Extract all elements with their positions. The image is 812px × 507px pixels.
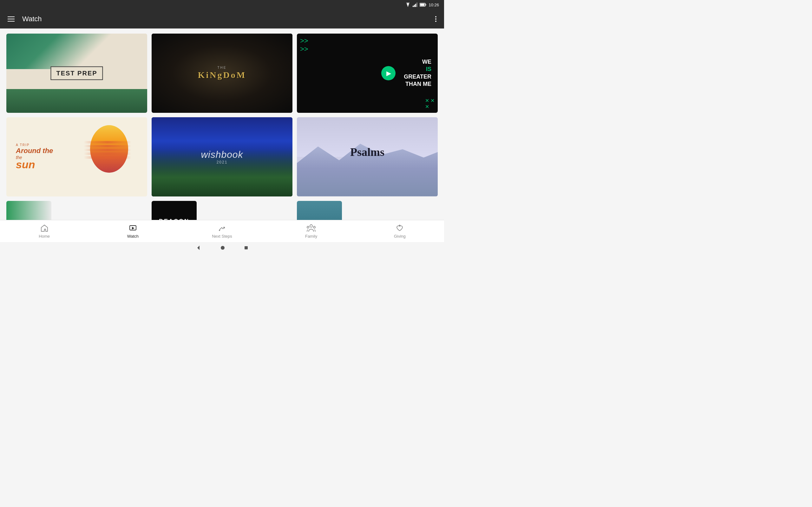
- home-icon: [40, 224, 49, 233]
- svg-rect-1: [414, 5, 415, 7]
- svg-rect-0: [413, 6, 414, 7]
- card-test-prep[interactable]: TEST PREP: [6, 34, 147, 113]
- sun-trip: A TRIP: [16, 143, 53, 147]
- nav-item-watch[interactable]: Watch: [117, 221, 149, 241]
- family-icon: [307, 224, 316, 233]
- wishbook-year: 2021: [201, 160, 243, 164]
- is-word: IS: [404, 66, 432, 73]
- next-steps-icon: [217, 224, 226, 233]
- svg-rect-2: [415, 4, 416, 7]
- wishbook-text: wishbook 2021: [201, 149, 243, 164]
- card-test-prep-bottom: [6, 89, 147, 113]
- main-content: TEST PREP THE KiNgDoM >>>> ▶ WE IS GREAT…: [0, 29, 444, 220]
- kingdom-main: KiNgDoM: [198, 70, 246, 80]
- giving-icon: [395, 224, 404, 233]
- bottom-nav: Home Watch Next Steps: [0, 220, 444, 242]
- svg-point-9: [310, 225, 312, 227]
- greater-circle: ▶: [381, 66, 396, 80]
- psalms-text: Psalms: [350, 146, 385, 159]
- status-icons: 10:26: [405, 3, 439, 7]
- svg-point-13: [221, 246, 224, 250]
- hamburger-line-2: [8, 19, 14, 19]
- psalms-title: Psalms: [350, 146, 385, 158]
- nav-item-next-steps[interactable]: Next Steps: [206, 221, 239, 241]
- nav-family-label: Family: [305, 234, 317, 239]
- watch-icon: [129, 224, 137, 233]
- dot-3: [435, 20, 437, 22]
- nav-item-family[interactable]: Family: [295, 221, 327, 241]
- card-kingdom-text: THE KiNgDoM: [198, 66, 246, 80]
- greater-line1: WE IS: [404, 58, 432, 73]
- we-word: WE: [404, 58, 432, 66]
- sun-lines: [84, 141, 131, 166]
- home-button[interactable]: [220, 245, 225, 250]
- nav-item-giving[interactable]: Giving: [384, 221, 415, 241]
- app-bar: Watch: [0, 9, 444, 29]
- nav-giving-label: Giving: [394, 234, 406, 239]
- system-nav: [0, 242, 444, 253]
- sun-line-2: [84, 145, 131, 147]
- sun-line-3: [84, 149, 131, 151]
- nav-watch-label: Watch: [127, 234, 139, 239]
- nav-next-steps-label: Next Steps: [212, 234, 232, 239]
- svg-point-11: [313, 226, 315, 228]
- hamburger-line-3: [8, 21, 14, 21]
- hamburger-button[interactable]: [5, 14, 17, 24]
- status-bar: 10:26: [0, 0, 444, 9]
- sun-line-4: [84, 153, 131, 155]
- svg-rect-5: [426, 4, 426, 6]
- greater-play-icon: ▶: [386, 69, 391, 77]
- card-kingdom[interactable]: THE KiNgDoM: [152, 34, 293, 113]
- svg-rect-3: [416, 3, 417, 7]
- hamburger-line-1: [8, 16, 14, 17]
- greater-line3: THAN ME: [404, 80, 432, 88]
- card-greater[interactable]: >>>> ▶ WE IS GREATER THAN ME ✕ ✕✕: [297, 34, 438, 113]
- nav-home-label: Home: [39, 234, 50, 239]
- svg-rect-6: [420, 4, 425, 6]
- dot-2: [435, 18, 437, 20]
- page-title: Watch: [22, 15, 433, 23]
- wifi-icon: [405, 3, 411, 7]
- status-time: 10:26: [428, 3, 439, 7]
- greater-text: WE IS GREATER THAN ME: [404, 58, 432, 88]
- card-test-prep-bg: [6, 34, 147, 69]
- partial-grid: DEACON: [6, 201, 438, 220]
- card-wishbook[interactable]: wishbook 2021: [152, 117, 293, 196]
- sun-text: A TRIP Around the the sun: [16, 143, 53, 170]
- sun-line-5: [84, 156, 131, 159]
- test-prep-label: TEST PREP: [56, 69, 97, 76]
- svg-rect-14: [245, 246, 248, 249]
- video-grid: TEST PREP THE KiNgDoM >>>> ▶ WE IS GREAT…: [6, 34, 438, 196]
- dot-1: [435, 16, 437, 17]
- greater-line2: GREATER: [404, 73, 432, 80]
- sun-sun: sun: [16, 158, 53, 170]
- greater-crosses: ✕ ✕✕: [425, 98, 435, 110]
- svg-marker-12: [197, 245, 200, 250]
- battery-icon: [420, 3, 426, 7]
- card-partial-1[interactable]: [6, 201, 51, 220]
- more-options-button[interactable]: [433, 14, 439, 24]
- greater-arrows: >>>>: [300, 37, 308, 54]
- card-test-prep-inner: TEST PREP: [6, 34, 147, 113]
- signal-icon: [413, 3, 418, 7]
- recent-button[interactable]: [244, 245, 248, 250]
- back-button[interactable]: [196, 245, 201, 250]
- card-psalms[interactable]: Psalms: [297, 117, 438, 196]
- kingdom-the: THE: [198, 66, 246, 69]
- card-partial-3[interactable]: [297, 201, 342, 220]
- sun-around: Around the: [16, 147, 53, 155]
- wishbook-main: wishbook: [201, 149, 243, 160]
- card-around-sun[interactable]: A TRIP Around the the sun: [6, 117, 147, 196]
- nav-item-home[interactable]: Home: [29, 221, 60, 241]
- svg-point-8: [219, 230, 220, 231]
- card-partial-2[interactable]: DEACON: [152, 201, 197, 220]
- svg-point-10: [307, 226, 309, 228]
- sun-line-1: [84, 141, 131, 144]
- partial-dark-text: DEACON: [159, 218, 189, 220]
- card-test-prep-text: TEST PREP: [50, 66, 103, 80]
